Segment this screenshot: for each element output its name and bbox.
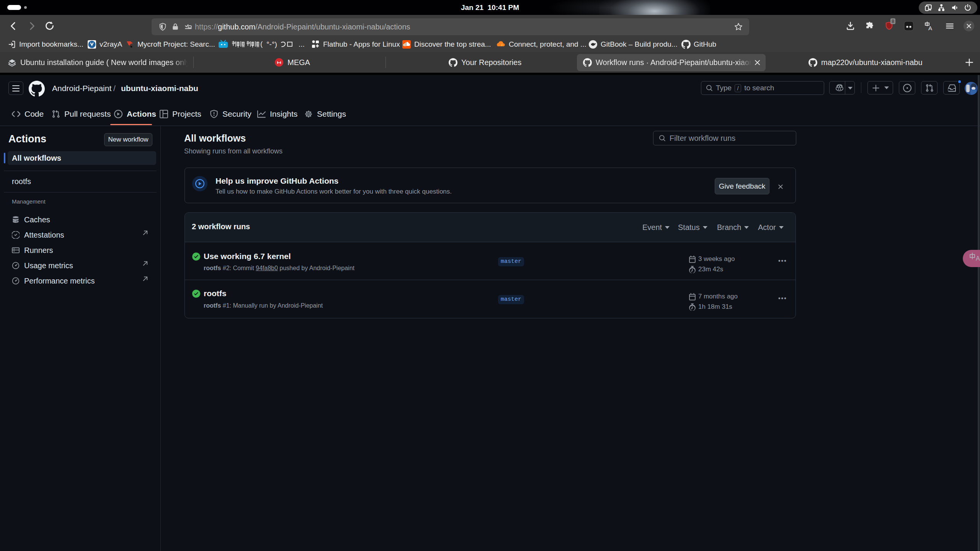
svg-text:(: (	[260, 40, 263, 48]
svg-text:A: A	[976, 255, 980, 262]
svg-text:A: A	[928, 25, 932, 31]
